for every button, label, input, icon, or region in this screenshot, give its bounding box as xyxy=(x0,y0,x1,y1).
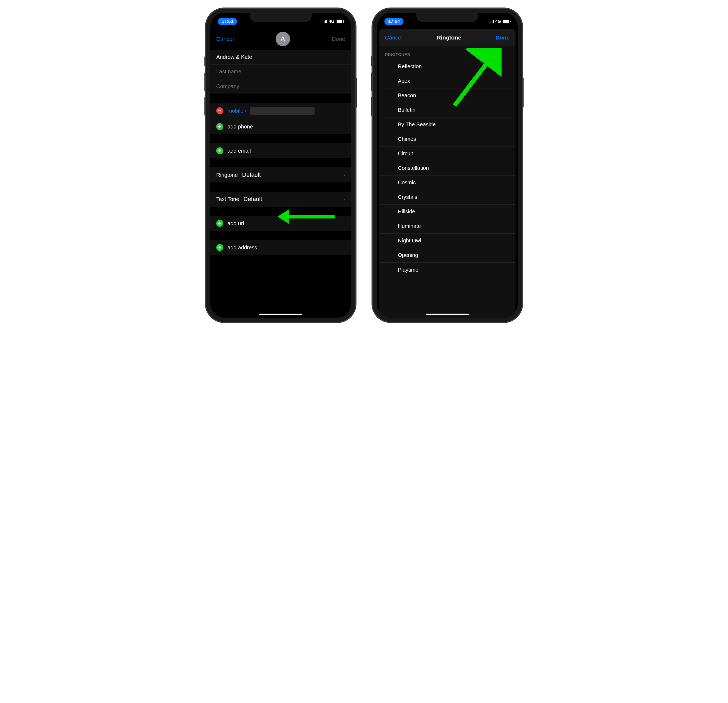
annotation-arrow-ringtone xyxy=(277,209,335,224)
first-name-field[interactable]: Andrew & Kate xyxy=(210,50,351,65)
ringtone-option[interactable]: Illuminate xyxy=(379,219,516,233)
phone-type-picker[interactable]: mobile › xyxy=(228,108,246,114)
add-icon[interactable] xyxy=(216,123,223,130)
chevron-right-icon: › xyxy=(344,172,345,178)
nav-bar: Cancel Ringtone Done xyxy=(379,29,516,45)
ringtone-option[interactable]: Circuit xyxy=(379,146,516,161)
add-icon[interactable] xyxy=(216,147,223,154)
ringtone-option[interactable]: Bulletin xyxy=(379,103,516,117)
status-time: 17:53 xyxy=(218,18,237,25)
battery-icon xyxy=(503,20,510,23)
done-button[interactable]: Done xyxy=(495,35,510,41)
ringtone-option[interactable]: Chimes xyxy=(379,132,516,146)
notch xyxy=(416,13,478,22)
ringtone-option[interactable]: By The Seaside xyxy=(379,117,516,132)
add-address-row[interactable]: add address xyxy=(210,240,351,255)
ringtone-option[interactable]: Beacon xyxy=(379,88,516,103)
ringtone-option[interactable]: Reflection xyxy=(379,59,516,74)
notch xyxy=(250,13,312,22)
signal-icon xyxy=(323,20,327,23)
chevron-right-icon: › xyxy=(245,108,246,113)
text-tone-row[interactable]: Text Tone Default › xyxy=(210,192,351,207)
network-label: 4G xyxy=(329,19,334,24)
status-time: 17:54 xyxy=(384,18,403,25)
nav-bar: Cancel A Done xyxy=(210,26,351,50)
phone-frame-left: 17:53 4G Cancel A Done Andrew & Kate Las… xyxy=(205,8,356,323)
cancel-button[interactable]: Cancel xyxy=(385,35,402,41)
ringtones-section-header: RINGTONES xyxy=(379,46,516,59)
chevron-right-icon: › xyxy=(344,197,345,202)
ringtone-option[interactable]: Night Owl xyxy=(379,233,516,248)
company-field[interactable]: Company xyxy=(210,79,351,94)
remove-icon[interactable] xyxy=(216,107,223,114)
ringtone-option[interactable]: Playtime xyxy=(379,263,516,277)
last-name-field[interactable]: Last name xyxy=(210,65,351,79)
ringtone-option[interactable]: Apex xyxy=(379,74,516,88)
home-indicator[interactable] xyxy=(259,314,302,315)
nav-title: Ringtone xyxy=(437,35,461,41)
add-phone-row[interactable]: add phone xyxy=(210,119,351,134)
add-icon[interactable] xyxy=(216,244,223,251)
phone-frame-right: 17:54 4G Cancel Ringtone Done RINGTONES … xyxy=(372,8,523,323)
add-email-row[interactable]: add email xyxy=(210,143,351,158)
done-button[interactable]: Done xyxy=(332,36,345,42)
ringtone-row[interactable]: Ringtone Default › xyxy=(210,168,351,182)
contact-avatar[interactable]: A xyxy=(276,32,290,46)
ringtone-option[interactable]: Constellation xyxy=(379,161,516,175)
ringtone-option[interactable]: Crystals xyxy=(379,190,516,204)
cancel-button[interactable]: Cancel xyxy=(216,36,234,42)
home-indicator[interactable] xyxy=(426,314,469,315)
ringtone-option[interactable]: Hillside xyxy=(379,204,516,219)
ringtone-option[interactable]: Cosmic xyxy=(379,175,516,190)
signal-icon xyxy=(489,20,494,23)
add-icon[interactable] xyxy=(216,220,223,227)
phone-number-field[interactable] xyxy=(250,107,315,115)
battery-icon xyxy=(336,20,344,23)
ringtone-option[interactable]: Opening xyxy=(379,248,516,263)
network-label: 4G xyxy=(495,19,501,24)
phone-row[interactable]: mobile › xyxy=(210,103,351,119)
